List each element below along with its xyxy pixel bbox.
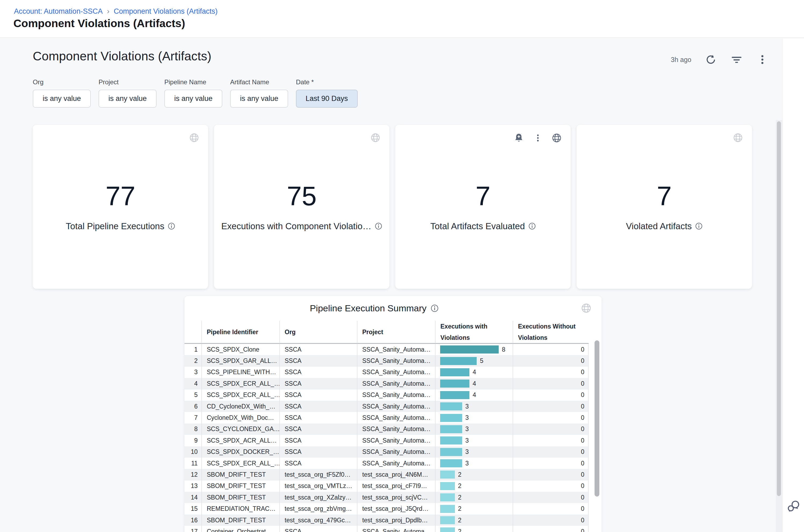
cell-org: SSCA xyxy=(279,401,357,412)
header-project[interactable]: Project xyxy=(357,321,435,343)
cell-project: test_ssca_proj_4N6M… xyxy=(357,469,435,480)
filter-icon[interactable] xyxy=(730,53,743,66)
kebab-menu-icon[interactable] xyxy=(756,53,769,66)
row-number: 11 xyxy=(185,458,201,469)
cell-executions-without-violations: 0 xyxy=(512,344,588,355)
cell-executions-without-violations: 0 xyxy=(512,355,588,366)
header-org[interactable]: Org xyxy=(279,321,357,343)
cell-executions-without-violations: 0 xyxy=(512,435,588,446)
violations-bar[interactable] xyxy=(440,436,462,444)
table-scrollbar-thumb[interactable] xyxy=(595,340,599,497)
violations-bar[interactable] xyxy=(440,402,462,411)
info-icon[interactable] xyxy=(375,223,382,230)
table-row[interactable]: 15 REMEDIATION_TRAC… test_ssca_org_zbVmg… xyxy=(185,503,588,514)
cell-org: test_ssca_org_479Gc… xyxy=(279,515,357,526)
cell-pipeline-identifier: SCS_SPDX_ACR_ALL… xyxy=(201,435,279,446)
table-row[interactable]: 14 SBOM_DRIFT_TEST test_ssca_org_XZalzy…… xyxy=(185,492,588,503)
kpi-value: 7 xyxy=(475,183,491,209)
cell-project: test_ssca_proj_scjVC… xyxy=(357,492,435,503)
table-row[interactable]: 16 SBOM_DRIFT_TEST test_ssca_org_479Gc… … xyxy=(185,515,588,526)
cell-project: SSCA_Sanity_Automa… xyxy=(357,378,435,389)
breadcrumb-page-link[interactable]: Component Violations (Artifacts) xyxy=(114,7,218,16)
info-icon[interactable] xyxy=(168,223,175,230)
filter-value-button-project[interactable]: is any value xyxy=(98,90,156,108)
cell-executions-with-violations: 2 xyxy=(435,469,512,480)
violations-bar[interactable] xyxy=(440,425,462,433)
violations-bar[interactable] xyxy=(440,482,455,490)
violations-bar-value: 3 xyxy=(465,448,469,456)
violations-bar[interactable] xyxy=(440,414,462,422)
globe-icon[interactable] xyxy=(552,133,562,143)
cell-pipeline-identifier: SBOM_DRIFT_TEST xyxy=(201,480,279,492)
filter: Project is any value xyxy=(98,78,156,108)
table-row[interactable]: 8 SCS_CYCLONEDX_GA… SSCA SSCA_Sanity_Aut… xyxy=(185,423,588,435)
header-pipeline-identifier[interactable]: Pipeline Identifier xyxy=(201,321,279,343)
info-icon[interactable] xyxy=(695,223,703,230)
filter-value-button-artifact-name[interactable]: is any value xyxy=(230,90,288,108)
globe-icon[interactable] xyxy=(581,303,591,313)
table-row[interactable]: 10 SCS_SPDX_DOCKER_… SSCA SSCA_Sanity_Au… xyxy=(185,446,588,458)
table-row[interactable]: 1 SCS_SPDX_Clone SSCA SSCA_Sanity_Automa… xyxy=(185,344,588,355)
filter-value-button-org[interactable]: is any value xyxy=(33,90,91,108)
row-number: 16 xyxy=(185,515,201,526)
cell-project: SSCA_Sanity_Automa… xyxy=(357,355,435,366)
cell-executions-with-violations: 3 xyxy=(435,401,512,412)
violations-bar[interactable] xyxy=(440,528,455,532)
globe-icon[interactable] xyxy=(733,133,743,142)
chat-help-icon[interactable] xyxy=(787,500,801,514)
cell-executions-with-violations: 3 xyxy=(435,435,512,446)
cell-org: SSCA xyxy=(279,412,357,423)
cell-org: test_ssca_org_tF5Zf0… xyxy=(279,469,357,480)
cell-project: test_ssca_proj_J5Qrd… xyxy=(357,503,435,514)
page-scrollbar-thumb[interactable] xyxy=(777,121,781,496)
cell-pipeline-identifier: SCS_SPDX_Clone xyxy=(201,344,279,355)
breadcrumb-account-link[interactable]: Account: Automation-SSCA xyxy=(14,7,102,16)
violations-bar[interactable] xyxy=(440,459,462,467)
table-row[interactable]: 6 CD_CycloneDX_With_… SSCA SSCA_Sanity_A… xyxy=(185,401,588,412)
info-icon[interactable] xyxy=(528,223,536,230)
violations-bar[interactable] xyxy=(440,471,455,479)
violations-bar[interactable] xyxy=(440,345,499,354)
violations-bar[interactable] xyxy=(440,357,476,365)
violations-bar[interactable] xyxy=(440,391,469,399)
globe-icon[interactable] xyxy=(189,133,199,142)
filter-value-button-date[interactable]: Last 90 Days xyxy=(296,90,358,108)
cell-org: SSCA xyxy=(279,355,357,366)
violations-bar[interactable] xyxy=(440,368,469,376)
violations-bar[interactable] xyxy=(440,516,455,524)
kebab-menu-icon[interactable] xyxy=(533,133,543,143)
violations-bar[interactable] xyxy=(440,493,455,501)
header-executions-without-violations[interactable]: Executions Without Violations xyxy=(512,321,588,343)
kpi-label: Executions with Component Violatio… xyxy=(221,221,371,231)
table-row[interactable]: 5 SCS_SPDX_ECR_ALL_… SSCA SSCA_Sanity_Au… xyxy=(185,390,588,401)
table-row[interactable]: 12 SBOM_DRIFT_TEST test_ssca_org_tF5Zf0…… xyxy=(185,469,588,480)
table-row[interactable]: 9 SCS_SPDX_ACR_ALL… SSCA SSCA_Sanity_Aut… xyxy=(185,435,588,446)
globe-icon[interactable] xyxy=(371,133,380,142)
table-row[interactable]: 2 SCS_SPDX_GAR_ALL… SSCA SSCA_Sanity_Aut… xyxy=(185,355,588,366)
refresh-icon[interactable] xyxy=(705,53,717,66)
cell-executions-with-violations: 2 xyxy=(435,480,512,492)
header-executions-with-violations[interactable]: Executions with Violations xyxy=(435,321,512,343)
row-number: 5 xyxy=(185,390,201,401)
table-row[interactable]: 3 SCS_PIPELINE_WITH… SSCA SSCA_Sanity_Au… xyxy=(185,367,588,378)
filter: Date * Last 90 Days xyxy=(296,78,358,108)
cell-project: SSCA_Sanity_Automa… xyxy=(357,344,435,355)
filter-value-button-pipeline-name[interactable]: is any value xyxy=(164,90,222,108)
top-bar: Account: Automation-SSCA › Component Vio… xyxy=(0,0,804,38)
tile-icons xyxy=(371,133,380,142)
violations-bar[interactable] xyxy=(440,505,455,513)
table-row[interactable]: 17 Container_Orchestrat… SSCA SSCA_Sanit… xyxy=(185,526,588,532)
cell-executions-without-violations: 0 xyxy=(512,412,588,423)
cell-executions-without-violations: 0 xyxy=(512,526,588,532)
cell-org: SSCA xyxy=(279,344,357,355)
violations-bar-value: 2 xyxy=(458,528,462,532)
violations-bar[interactable] xyxy=(440,448,462,456)
info-icon[interactable] xyxy=(431,304,438,312)
bell-plus-icon[interactable] xyxy=(514,133,524,143)
violations-bar[interactable] xyxy=(440,380,469,387)
table-row[interactable]: 7 CycloneDX_With_Doc… SSCA SSCA_Sanity_A… xyxy=(185,412,588,423)
table-row[interactable]: 11 SCS_SPDX_ECR_ALL_… SSCA SSCA_Sanity_A… xyxy=(185,458,588,469)
cell-org: test_ssca_org_XZalzy… xyxy=(279,492,357,503)
table-row[interactable]: 4 SCS_SPDX_ECR_ALL_… SSCA SSCA_Sanity_Au… xyxy=(185,378,588,389)
table-row[interactable]: 13 SBOM_DRIFT_TEST test_ssca_org_VMTLz… … xyxy=(185,480,588,492)
